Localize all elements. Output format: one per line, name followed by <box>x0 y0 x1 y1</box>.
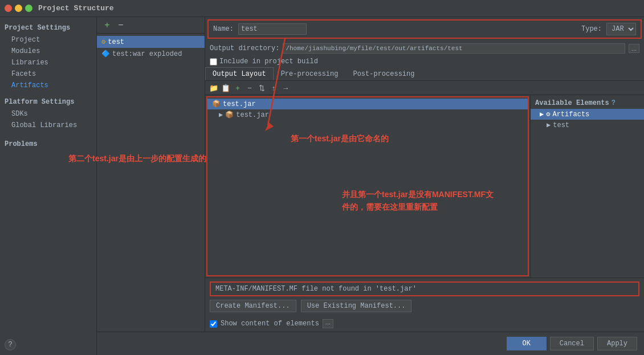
include-label: Include in project build <box>219 58 318 66</box>
sidebar-item-sdks[interactable]: SDKs <box>0 108 96 120</box>
layout-remove-btn[interactable]: − <box>244 83 255 93</box>
name-label: Name: <box>213 25 234 33</box>
sidebar: Project Settings Project Modules Librari… <box>0 17 97 355</box>
artifact-tree-item-test[interactable]: ⚙ test <box>97 36 205 48</box>
tab-pre-processing[interactable]: Pre-processing <box>274 67 346 80</box>
output-dir-label: Output directory: <box>210 44 279 52</box>
maximize-button[interactable] <box>25 5 32 12</box>
layout-up-btn[interactable]: ↑ <box>268 83 279 93</box>
sidebar-item-artifacts[interactable]: Artifacts <box>0 80 96 91</box>
tabs-row: Output Layout Pre-processing Post-proces… <box>205 67 644 81</box>
main-layout: Project Settings Project Modules Librari… <box>0 17 644 355</box>
type-select[interactable]: JAR WAR <box>606 23 636 35</box>
manifest-buttons: Create Manifest... Use Existing Manifest… <box>210 300 639 312</box>
avail-arrow-2: ▶ <box>547 121 551 129</box>
right-panel: Name: Type: JAR WAR Output directory: <box>205 17 644 332</box>
show-content-options-button[interactable]: ··· <box>323 319 333 328</box>
output-tree-item-2[interactable]: ▶ 📦 test.jar <box>207 109 528 120</box>
output-dir-input[interactable] <box>283 43 625 54</box>
use-existing-manifest-button[interactable]: Use Existing Manifest... <box>301 300 412 312</box>
avail-icon-1: ⚙ <box>546 110 550 119</box>
output-tree-item-1[interactable]: 📦 test.jar <box>207 99 528 109</box>
jar-icon-1: 📦 <box>212 100 221 108</box>
cancel-button[interactable]: Cancel <box>550 337 594 350</box>
sidebar-item-facets[interactable]: Facets <box>0 68 96 80</box>
layout-btn-1[interactable]: 📁 <box>209 83 219 93</box>
name-input[interactable] <box>238 23 307 35</box>
tab-post-processing[interactable]: Post-processing <box>345 67 422 80</box>
artifact-tree: ⚙ test 🔷 test:war exploded <box>97 34 205 62</box>
ok-button[interactable]: OK <box>507 337 547 350</box>
avail-item-test[interactable]: ▶ test <box>531 120 644 130</box>
artifact-tree-item-war[interactable]: 🔷 test:war exploded <box>97 48 205 60</box>
war-icon: 🔷 <box>101 50 110 58</box>
sidebar-item-modules[interactable]: Modules <box>0 46 96 57</box>
remove-artifact-button[interactable]: − <box>115 19 127 31</box>
output-tree-item-2-label: test.jar <box>236 111 269 119</box>
layout-sort-btn[interactable]: ⇅ <box>256 83 267 93</box>
avail-arrow-1: ▶ <box>540 110 544 119</box>
close-button[interactable] <box>5 5 12 12</box>
show-content-row: Show content of elements ··· <box>205 316 644 332</box>
minimize-button[interactable] <box>15 5 22 12</box>
action-buttons-row: OK Cancel Apply <box>97 332 644 355</box>
platform-settings-label: Platform Settings <box>0 96 96 108</box>
layout-btn-2[interactable]: 📋 <box>221 83 231 93</box>
create-manifest-button[interactable]: Create Manifest... <box>210 300 296 312</box>
avail-item-artifacts[interactable]: ▶ ⚙ Artifacts <box>531 109 644 120</box>
available-elements-header: Available Elements ? <box>531 97 644 109</box>
output-dir-row: Output directory: ... <box>205 41 644 56</box>
sidebar-item-project[interactable]: Project <box>0 34 96 46</box>
project-settings-label: Project Settings <box>0 22 96 34</box>
layout-add-btn[interactable]: + <box>233 83 243 93</box>
sidebar-item-libraries[interactable]: Libraries <box>0 57 96 68</box>
window-title: Project Structure <box>38 4 114 13</box>
artifact-tree-item-war-label: test:war exploded <box>112 50 182 58</box>
manifest-error-text: META-INF/MANIFEST.MF file not found in '… <box>215 285 417 293</box>
apply-button[interactable]: Apply <box>597 337 637 350</box>
bottom-section: META-INF/MANIFEST.MF file not found in '… <box>205 278 644 316</box>
sidebar-item-global-libraries[interactable]: Global Libraries <box>0 120 96 131</box>
manifest-error-box: META-INF/MANIFEST.MF file not found in '… <box>210 281 639 296</box>
problems-label: Problems <box>0 138 96 150</box>
content-area: + − ⚙ test 🔷 test:war exploded <box>97 17 644 355</box>
name-type-container: Name: Type: JAR WAR <box>207 19 642 39</box>
artifact-toolbar: + − <box>97 17 205 34</box>
add-artifact-button[interactable]: + <box>101 19 113 31</box>
output-split: 📦 test.jar ▶ 📦 test.jar <box>205 95 644 278</box>
title-bar: Project Structure <box>0 0 644 17</box>
include-row: Include in project build <box>205 56 644 67</box>
jar-icon-2: 📦 <box>225 111 234 119</box>
output-tree: 📦 test.jar ▶ 📦 test.jar <box>206 96 529 276</box>
type-label: Type: <box>581 25 602 33</box>
artifact-tree-item-test-label: test <box>108 38 124 46</box>
include-checkbox[interactable] <box>210 58 217 66</box>
show-content-label: Show content of elements <box>221 320 319 328</box>
expand-icon: ▶ <box>219 111 223 119</box>
layout-expand-btn[interactable]: → <box>280 83 291 93</box>
output-layout-toolbar: 📁 📋 + − ⇅ ↑ → <box>205 81 644 95</box>
available-help-icon[interactable]: ? <box>612 99 616 107</box>
tab-output-layout[interactable]: Output Layout <box>205 67 274 80</box>
browse-button[interactable]: ... <box>629 44 639 53</box>
show-content-checkbox[interactable] <box>210 320 217 328</box>
help-button[interactable]: ? <box>5 339 16 350</box>
jar-icon: ⚙ <box>101 38 105 46</box>
output-tree-item-1-label: test.jar <box>223 100 256 108</box>
available-panel: Available Elements ? ▶ ⚙ Artifacts ▶ tes… <box>530 95 644 278</box>
